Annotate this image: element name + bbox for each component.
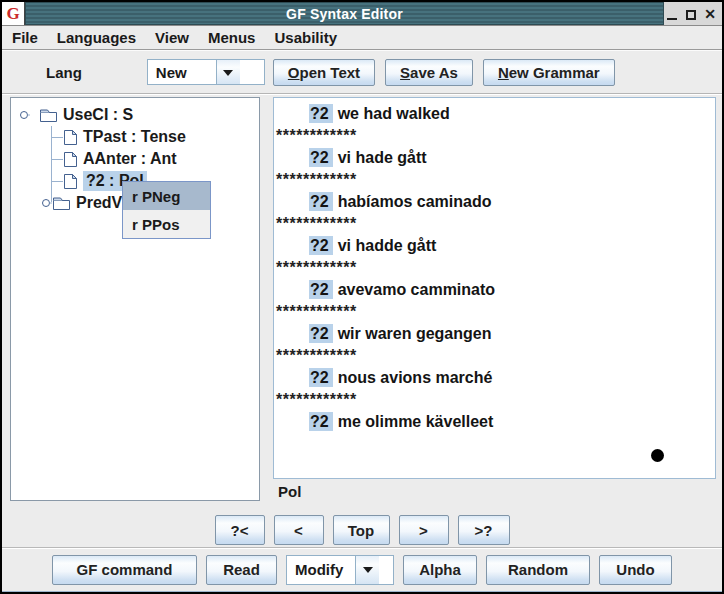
sentence-line-swedish: ?2vi hade gått	[274, 147, 715, 169]
sentence-text: me olimme kävelleet	[338, 413, 494, 430]
modify-combobox-value: Modify	[287, 556, 355, 584]
metavariable-token[interactable]: ?2	[309, 368, 333, 387]
open-text-button[interactable]: Open Text	[273, 59, 375, 86]
gf-logo-icon: G	[2, 2, 25, 25]
nav-next-meta-button[interactable]: >?	[458, 515, 510, 545]
metavariable-token[interactable]: ?2	[309, 236, 333, 255]
tree-node-aanter[interactable]: AAnter : Ant	[63, 148, 259, 170]
lang-combobox-value: New	[148, 60, 216, 84]
close-icon[interactable]: ✕	[704, 8, 716, 20]
sentence-line-german: ?2wir waren gegangen	[274, 323, 715, 345]
separator-line: ************	[274, 301, 715, 323]
right-column: ?2we had walked ************ ?2vi hade g…	[273, 97, 716, 509]
nav-top-button[interactable]: Top	[333, 515, 390, 545]
sentence-line-italian: ?2avevamo camminato	[274, 279, 715, 301]
popup-item-ppos[interactable]: r PPos	[123, 210, 210, 238]
chevron-down-icon[interactable]	[355, 556, 379, 584]
menu-view[interactable]: View	[155, 29, 189, 46]
nav-prev-button[interactable]: <	[274, 515, 324, 545]
status-label: Pol	[278, 483, 301, 500]
save-as-mnemonic: S	[400, 64, 410, 81]
menu-menus[interactable]: Menus	[208, 29, 256, 46]
tree-node-tpast[interactable]: TPast : Tense	[63, 126, 259, 148]
menu-file[interactable]: File	[12, 29, 38, 46]
sentence-text: vi hade gått	[338, 149, 427, 166]
sentence-text: vi hadde gått	[338, 237, 437, 254]
metavariable-token[interactable]: ?2	[309, 412, 333, 431]
modify-combobox[interactable]: Modify	[286, 555, 394, 585]
metavariable-token[interactable]: ?2	[309, 148, 333, 167]
top-toolbar: Lang New Open Text Save As New Grammar	[2, 50, 722, 94]
nav-next-button[interactable]: >	[399, 515, 449, 545]
tree-node-label: TPast : Tense	[83, 128, 186, 146]
open-text-label: pen Text	[300, 64, 361, 81]
save-as-button[interactable]: Save As	[385, 59, 473, 86]
tree-node-label: UseCI : S	[63, 106, 133, 124]
document-icon	[63, 129, 78, 146]
save-as-label: ave As	[410, 64, 458, 81]
separator-line: ************	[274, 345, 715, 367]
lang-label: Lang	[46, 64, 82, 81]
separator-line: ************	[274, 169, 715, 191]
separator-line: ************	[274, 213, 715, 235]
tree-expand-handle-icon[interactable]	[19, 110, 30, 121]
document-icon	[63, 173, 78, 190]
cursor-dot	[651, 449, 664, 462]
document-icon	[63, 151, 78, 168]
sentence-line-english: ?2we had walked	[274, 103, 715, 125]
gf-logo-letter: G	[6, 5, 19, 22]
chevron-down-icon[interactable]	[216, 60, 240, 84]
read-button[interactable]: Read	[206, 555, 277, 585]
tree-node-useci[interactable]: UseCI : S	[11, 104, 259, 126]
metavariable-token[interactable]: ?2	[309, 104, 333, 123]
sentence-line-french: ?2nous avions marché	[274, 367, 715, 389]
folder-icon	[52, 196, 71, 211]
menu-languages[interactable]: Languages	[57, 29, 136, 46]
sentence-line-spanish: ?2habíamos caminado	[274, 191, 715, 213]
metavariable-token[interactable]: ?2	[309, 280, 333, 299]
title-strip[interactable]: GF Syntax Editor	[25, 2, 664, 25]
separator-line: ************	[274, 389, 715, 411]
window-controls: ✕	[664, 2, 722, 25]
syntax-tree-panel[interactable]: UseCI : S TPast : Tense AAnter : Ant ?2 …	[10, 97, 260, 501]
separator-line: ************	[274, 257, 715, 279]
new-grammar-mnemonic: N	[498, 64, 509, 81]
maximize-icon[interactable]	[685, 8, 697, 20]
refinement-popup-menu: r PNeg r PPos	[122, 181, 211, 239]
titlebar: G GF Syntax Editor ✕	[2, 2, 722, 26]
popup-item-pneg[interactable]: r PNeg	[123, 182, 210, 210]
sentence-text: avevamo camminato	[338, 281, 495, 298]
minimize-icon[interactable]	[666, 8, 678, 20]
linearization-panel[interactable]: ?2we had walked ************ ?2vi hade g…	[273, 97, 716, 479]
bottom-toolbar: GF command Read Modify Alpha Random Undo	[2, 547, 722, 592]
app-window: G GF Syntax Editor ✕ File Languages View…	[0, 0, 724, 594]
new-grammar-button[interactable]: New Grammar	[483, 59, 615, 86]
sentence-text: we had walked	[338, 105, 450, 122]
tree-node-label: AAnter : Ant	[83, 150, 177, 168]
sentence-text: wir waren gegangen	[338, 325, 492, 342]
folder-icon	[39, 108, 58, 123]
open-text-mnemonic: O	[288, 64, 300, 81]
main-area: UseCI : S TPast : Tense AAnter : Ant ?2 …	[2, 94, 722, 509]
metavariable-token[interactable]: ?2	[309, 192, 333, 211]
window-title: GF Syntax Editor	[286, 6, 403, 22]
status-bar: Pol	[273, 479, 716, 503]
sentence-text: nous avions marché	[338, 369, 493, 386]
alpha-button[interactable]: Alpha	[403, 555, 477, 585]
separator-line: ************	[274, 125, 715, 147]
sentence-line-norwegian: ?2vi hadde gått	[274, 235, 715, 257]
navigation-row: ?< < Top > >?	[2, 509, 722, 547]
metavariable-token[interactable]: ?2	[309, 324, 333, 343]
menu-usability[interactable]: Usability	[274, 29, 337, 46]
undo-button[interactable]: Undo	[599, 555, 672, 585]
gf-command-button[interactable]: GF command	[52, 555, 197, 585]
tree-node-label: PredVI	[76, 194, 127, 212]
lang-combobox[interactable]: New	[147, 59, 265, 85]
sentence-text: habíamos caminado	[338, 193, 492, 210]
random-button[interactable]: Random	[486, 555, 590, 585]
sentence-line-finnish: ?2me olimme kävelleet	[274, 411, 715, 433]
new-grammar-label: ew Grammar	[509, 64, 600, 81]
menubar: File Languages View Menus Usability	[2, 26, 722, 50]
nav-prev-meta-button[interactable]: ?<	[215, 515, 265, 545]
